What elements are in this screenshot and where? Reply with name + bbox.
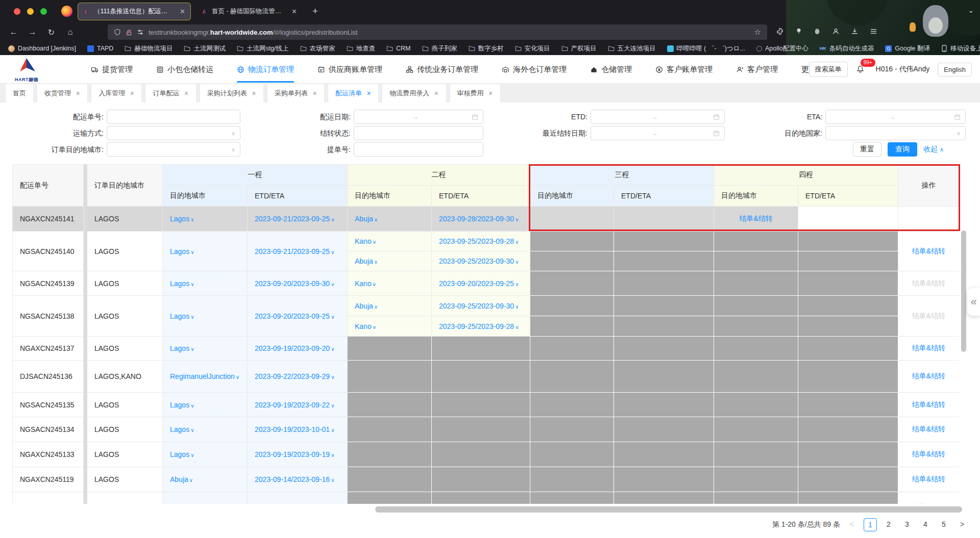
page-number-1[interactable]: 1	[864, 518, 877, 531]
browser-tab[interactable]: 首页 - 赫德国际物流管理系统后台 ✕	[196, 3, 302, 20]
nav-item[interactable]: 供应商账单管理	[317, 55, 382, 84]
leg1-etd-link[interactable]: 2023-09-19/2023-10-01∨	[255, 425, 334, 433]
bookmark-item[interactable]: 赫德物流项目	[125, 44, 173, 53]
tab-close-icon[interactable]: ✕	[312, 90, 317, 97]
downloads-icon[interactable]	[851, 28, 859, 37]
settle-carryover-link[interactable]: 结单&结转	[912, 372, 945, 380]
leg2-city-link[interactable]: Abuja∨	[355, 302, 378, 310]
hamburger-menu-icon[interactable]	[870, 28, 877, 37]
leg1-etd-link[interactable]: 2023-09-19/2023-09-20∨	[255, 344, 334, 352]
search-menu-button[interactable]: 搜索菜单	[809, 62, 848, 77]
permissions-icon[interactable]	[137, 29, 144, 36]
new-tab-button[interactable]: +	[312, 6, 318, 17]
leg1-city-link[interactable]: Abuja∨	[170, 475, 193, 483]
tab-close-icon[interactable]: ✕	[178, 8, 185, 15]
leg2-etd-link[interactable]: 2023-09-25/2023-09-30∨	[439, 302, 519, 310]
filter-daterange[interactable]: →	[591, 110, 725, 124]
table-row[interactable]: NGAXCN245133LAGOSLagos∨2023-09-19/2023-0…	[13, 442, 960, 467]
settle-carryover-link[interactable]: 结单&结转	[912, 475, 945, 483]
notifications-bell[interactable]: 99+	[856, 64, 865, 75]
settle-carryover-link[interactable]: 结单&结转	[739, 214, 772, 222]
workspace-tab[interactable]: 收货管理✕	[37, 84, 88, 103]
settle-carryover-link[interactable]: 结单&结转	[912, 344, 945, 352]
mobile-bookmarks-item[interactable]: 移动设备上的书签	[941, 44, 980, 53]
leg2-etd-link[interactable]: 2023-09-25/2023-09-30∨	[439, 257, 519, 265]
leg1-etd-link[interactable]: 2023-09-20/2023-09-25∨	[255, 312, 334, 320]
filter-daterange[interactable]: →	[354, 110, 483, 124]
leg1-city-link[interactable]: RegimanuelJunction∨	[170, 372, 239, 380]
leg1-city-link[interactable]: Lagos∨	[170, 450, 194, 458]
filter-select[interactable]: ∨	[107, 126, 240, 140]
current-user[interactable]: H016 - 代伟Andy	[876, 65, 930, 74]
leg1-etd-link[interactable]: 2023-09-21/2023-09-25∨	[255, 247, 334, 255]
next-page-icon[interactable]: >	[955, 518, 969, 531]
search-button[interactable]: 查询	[888, 142, 917, 157]
window-close-button[interactable]	[14, 8, 20, 15]
page-number-4[interactable]: 4	[919, 518, 932, 531]
leg2-city-link[interactable]: Abuja∨	[355, 215, 378, 223]
bookmark-item[interactable]: 土流网测试	[184, 44, 226, 53]
table-row[interactable]: NGAXCN245119LAGOSAbuja∨2023-09-14/2023-0…	[13, 467, 960, 492]
nav-item[interactable]: 客户管理	[736, 55, 778, 84]
leg2-etd-link[interactable]: 2023-09-25/2023-09-28∨	[439, 237, 519, 245]
tab-close-icon[interactable]: ✕	[289, 8, 297, 15]
leg1-city-link[interactable]: Lagos∨	[170, 503, 194, 504]
leg1-city-link[interactable]: Lagos∨	[170, 401, 194, 409]
workspace-tab[interactable]: 首页	[5, 84, 34, 103]
page-number-3[interactable]: 3	[900, 518, 914, 531]
leg2-city-link[interactable]: Abuja∨	[355, 257, 378, 265]
workspace-tab[interactable]: 物流费用录入✕	[382, 84, 446, 103]
bookmark-item[interactable]: HK条码自动生成器	[820, 44, 874, 53]
nav-item[interactable]: 海外仓订单管理	[502, 55, 567, 84]
tab-close-icon[interactable]: ✕	[130, 90, 134, 97]
leg1-etd-link[interactable]: 2023-09-20/2023-09-30∨	[255, 279, 334, 288]
tab-close-icon[interactable]: ✕	[434, 90, 438, 97]
back-icon[interactable]: ←	[4, 28, 23, 37]
leg1-etd-link[interactable]: 2023-09-12/2023-09-15∨	[255, 503, 334, 504]
nav-item[interactable]: 小包仓储转运	[156, 55, 213, 84]
filter-select[interactable]: ∨	[107, 142, 240, 157]
table-row[interactable]: NGSACN245138LAGOSLagos∨2023-09-20/2023-0…	[13, 296, 960, 316]
leg1-city-link[interactable]: Lagos∨	[170, 279, 194, 288]
extensions-puzzle-icon[interactable]	[776, 28, 784, 37]
reset-button[interactable]: 重置	[853, 142, 881, 157]
bookmark-item[interactable]: 产权项目	[561, 44, 597, 53]
leg1-etd-link[interactable]: 2023-09-19/2023-09-19∨	[255, 450, 334, 458]
settle-carryover-link[interactable]: 结单&结转	[912, 400, 945, 408]
settle-carryover-link[interactable]: 结单&结转	[912, 425, 945, 433]
leg2-etd-link[interactable]: 2023-09-25/2023-09-28∨	[439, 322, 519, 330]
table-row[interactable]: NGAXCN245141LAGOSLagos∨2023-09-21/2023-0…	[13, 207, 960, 232]
insecure-lock-icon[interactable]	[126, 29, 132, 36]
leg1-etd-link[interactable]: 2023-09-22/2023-09-29∨	[255, 372, 334, 380]
bookmark-item[interactable]: 农场管家	[300, 44, 335, 53]
settle-carryover-link[interactable]: 结单&结转	[912, 247, 945, 255]
bookmark-item[interactable]: Apollo配置中心	[756, 44, 808, 53]
bookmark-item[interactable]: CRM	[386, 45, 410, 52]
table-row[interactable]: NGAXCN245137LAGOSLagos∨2023-09-19/2023-0…	[13, 337, 960, 361]
leg1-city-link[interactable]: Lagos∨	[170, 215, 194, 223]
bookmark-item[interactable]: 数字乡村	[469, 44, 504, 53]
leg2-etd-link[interactable]: 2023-09-20/2023-09-25∨	[439, 279, 519, 288]
leg2-city-link[interactable]: Kano∨	[355, 322, 376, 330]
nav-item[interactable]: 传统业务订单管理	[406, 55, 478, 84]
filter-daterange[interactable]: →	[591, 126, 725, 140]
prev-page-icon[interactable]: <	[845, 518, 859, 531]
leg2-city-link[interactable]: Kano∨	[355, 237, 376, 245]
bookmark-item[interactable]: 安化项目	[515, 44, 550, 53]
tab-close-icon[interactable]: ✕	[184, 90, 188, 97]
page-number-2[interactable]: 2	[882, 518, 895, 531]
tab-close-icon[interactable]: ✕	[76, 90, 80, 97]
workspace-tab[interactable]: 采购计划列表✕	[200, 84, 264, 103]
table-row[interactable]: NGSACN245134LAGOSLagos∨2023-09-19/2023-1…	[13, 417, 960, 442]
reload-icon[interactable]: ↻	[42, 28, 61, 37]
extension-pin-icon[interactable]	[795, 28, 802, 37]
forward-icon[interactable]: →	[23, 28, 42, 37]
leg1-city-link[interactable]: Lagos∨	[170, 312, 194, 320]
workspace-tab[interactable]: 审核费用✕	[450, 84, 501, 103]
leg2-city-link[interactable]: Kano∨	[355, 279, 376, 288]
table-row[interactable]: NGAXCN245130LAGOSLagos∨2023-09-12/2023-0…	[13, 492, 960, 504]
nav-item[interactable]: 仓储管理	[590, 55, 632, 84]
nav-item[interactable]: 物流订单管理	[237, 55, 294, 84]
leg2-etd-link[interactable]: 2023-09-28/2023-09-30∨	[439, 215, 519, 223]
filter-select[interactable]: ∨	[825, 126, 966, 140]
